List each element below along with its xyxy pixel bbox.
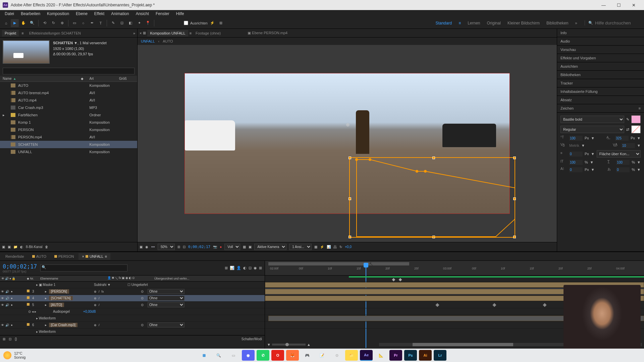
app-icon-2[interactable]: 📝 xyxy=(316,350,328,361)
help-search[interactable] xyxy=(595,20,642,25)
text-tool[interactable]: T xyxy=(97,19,105,27)
opera-icon[interactable]: O xyxy=(271,350,284,361)
explorer-icon[interactable]: 📁 xyxy=(345,350,358,361)
close-button[interactable]: ✕ xyxy=(626,0,641,10)
tab-render-queue[interactable]: Renderliste xyxy=(2,253,28,260)
panel-preview[interactable]: Vorschau xyxy=(557,46,644,54)
roto-tool[interactable]: ✦ xyxy=(135,19,143,27)
tl-comp-mini-icon[interactable]: ⊞ xyxy=(225,266,228,270)
views-select[interactable]: 1 Ansi... xyxy=(289,244,312,250)
tab-tl-person[interactable]: PERSON xyxy=(51,253,77,260)
workspace-original[interactable]: Original xyxy=(487,21,501,25)
breadcrumb-unfall[interactable]: UNFALL xyxy=(141,39,155,43)
toggle-channel-icon[interactable]: 👓 xyxy=(151,245,155,249)
tab-project[interactable]: Projekt xyxy=(2,30,19,37)
vscale-input[interactable]: 100 xyxy=(569,160,583,165)
snap-grid-icon[interactable]: ⊞ xyxy=(217,19,225,27)
col-solo-icon[interactable]: ● xyxy=(9,277,11,280)
timeline-icon[interactable]: 📊 xyxy=(327,245,331,249)
selection-tool[interactable]: ▶ xyxy=(11,19,19,27)
tl-draft-icon[interactable]: ◐ xyxy=(243,266,247,270)
tl-zoom-out-icon[interactable]: ▼ xyxy=(267,343,271,347)
tab-footage[interactable]: Footage (ohne) xyxy=(193,30,223,37)
col-layername[interactable]: Ebenenname xyxy=(40,277,107,280)
tl-toggle-inout-icon[interactable]: {‌} xyxy=(15,337,17,341)
region-icon[interactable]: ▣ xyxy=(249,245,252,249)
maximize-button[interactable]: ☐ xyxy=(611,0,626,10)
comp-back-icon[interactable]: × xyxy=(140,31,142,35)
panel-paragraph[interactable]: Absatz xyxy=(557,96,644,104)
tl-graph-icon[interactable]: 📊 xyxy=(230,266,234,270)
obs-icon[interactable]: ⊙ xyxy=(330,350,343,361)
panel-menu-icon[interactable]: ≡ xyxy=(639,106,641,110)
snap-checkbox[interactable] xyxy=(184,21,188,25)
lightroom-icon[interactable]: Lr xyxy=(434,350,446,361)
workspace-standard[interactable]: Standard xyxy=(435,21,452,25)
timeline-search[interactable] xyxy=(40,264,127,272)
tl-switcher-mode[interactable]: Schalter/Modi xyxy=(241,337,262,341)
panel-effects[interactable]: Effekte und Vorgaben xyxy=(557,54,644,62)
project-search-input[interactable] xyxy=(3,68,135,74)
dropdown-icon[interactable]: ▼ xyxy=(74,41,77,45)
panel-align[interactable]: Ausrichten xyxy=(557,62,644,71)
exposure-value[interactable]: +0,0 xyxy=(345,245,352,249)
font-size-input[interactable]: 100 xyxy=(569,136,583,141)
resolution-select[interactable]: Voll xyxy=(224,244,240,250)
panel-info[interactable]: Info xyxy=(557,29,644,37)
toggle-alpha-icon[interactable]: ▣ xyxy=(140,245,143,249)
orbit-tool[interactable]: ⟲ xyxy=(41,19,49,27)
after-effects-icon[interactable]: Ae xyxy=(360,350,373,361)
channel-rgb-icon[interactable]: ● xyxy=(220,245,222,249)
timeline-layer[interactable]: 👁🔊●4▸ [SCHATTEN]⊕/⊙Ohne xyxy=(0,295,265,302)
toggle-mask-icon[interactable]: ◉ xyxy=(145,245,148,249)
stroke-color-swatch[interactable] xyxy=(631,125,641,133)
tl-frame-blend-icon[interactable]: ⊡ xyxy=(249,266,252,270)
col-label-icon[interactable]: ◆ xyxy=(27,277,29,280)
fill-color-swatch[interactable] xyxy=(631,115,641,123)
menu-file[interactable]: Datei xyxy=(1,11,17,17)
interpret-icon[interactable]: ▣ xyxy=(2,245,5,249)
timeline-layer[interactable]: 👁🔊●3▸ [PERSON]⊕/fx⊙Ohne xyxy=(0,288,265,295)
tracking-input[interactable]: 10 xyxy=(622,143,635,148)
stroke-width-input[interactable]: 0 xyxy=(569,152,583,157)
fast-preview-icon[interactable]: ⚡ xyxy=(320,245,324,249)
bit-depth[interactable]: 8-Bit-Kanal xyxy=(26,245,42,249)
col-type-header[interactable]: Art xyxy=(89,77,119,80)
tab-project-menu-icon[interactable]: ≡ xyxy=(21,31,23,35)
panel-character-header[interactable]: Zeichen≡ xyxy=(557,104,644,113)
tl-zoom-in-icon[interactable]: ▲ xyxy=(307,343,311,347)
menu-layer[interactable]: Ebene xyxy=(72,11,91,17)
col-label-icon[interactable]: ◆ xyxy=(81,77,90,80)
pen-tool[interactable]: ✒ xyxy=(88,19,96,27)
timeline-layer[interactable]: ▸ Wellenform xyxy=(0,328,265,335)
workspace-learn[interactable]: Lernen xyxy=(468,21,480,25)
workspace-overflow-icon[interactable]: » xyxy=(575,21,577,25)
keyframe[interactable] xyxy=(543,303,546,307)
project-item[interactable]: PERSON.mp4AVI xyxy=(0,133,137,141)
workspace-libraries[interactable]: Bibliotheken xyxy=(546,21,568,25)
keyframe[interactable] xyxy=(435,303,439,307)
menu-composition[interactable]: Komposition xyxy=(44,11,72,17)
menu-view[interactable]: Ansicht xyxy=(132,11,152,17)
keyframe-row[interactable] xyxy=(392,278,405,282)
col-video-icon[interactable]: 👁 xyxy=(1,277,4,280)
eraser-tool[interactable]: ◧ xyxy=(126,19,135,27)
discord-icon[interactable]: ◉ xyxy=(242,350,255,361)
font-family-select[interactable]: Bastile bold xyxy=(560,116,624,123)
tl-toggle-modes-icon[interactable]: ⊡ xyxy=(9,337,11,341)
reset-exposure-icon[interactable]: ↻ xyxy=(339,245,342,249)
kerning-value[interactable]: Metrik xyxy=(569,143,579,147)
rotate-tool[interactable]: ↻ xyxy=(49,19,57,27)
photoshop-icon[interactable]: Ps xyxy=(404,350,417,361)
rect-tool[interactable]: ▭ xyxy=(70,19,78,27)
snapshot-icon[interactable]: 📷 xyxy=(213,245,217,249)
ellipse-tool[interactable]: ○ xyxy=(79,19,87,27)
start-button[interactable]: ⊞ xyxy=(198,350,210,361)
app-icon-3[interactable]: 📐 xyxy=(375,350,387,361)
timeline-layer[interactable]: ▸ ▣ Maske 1Subtrahi ▼☐ Umgekehrt xyxy=(0,282,265,288)
tab-layer[interactable]: ▣ Ebene PERSON.mp4 xyxy=(245,29,290,37)
menu-animation[interactable]: Animation xyxy=(108,11,132,17)
search-button[interactable]: 🔍 xyxy=(212,350,225,361)
viewer-timecode[interactable]: 0;00;02;17 xyxy=(188,245,210,249)
tab-tl-auto[interactable]: AUTO xyxy=(29,253,50,260)
